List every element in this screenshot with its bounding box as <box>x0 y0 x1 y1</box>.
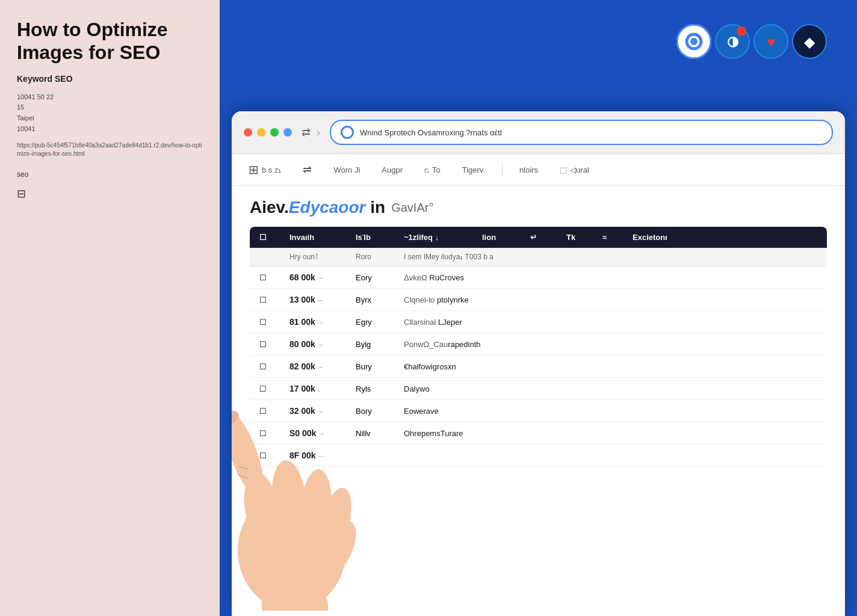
sub-col1: Hry oun⊺ <box>289 253 344 261</box>
svg-point-2 <box>690 38 698 45</box>
row-volume-5: 82 00k → <box>289 362 344 371</box>
row-check-3[interactable]: ☐ <box>259 318 277 327</box>
sub-col3: I sem IMey iludya₁ T003 b a <box>404 253 817 261</box>
svg-point-10 <box>238 490 346 611</box>
toolbar-item-augpr[interactable]: Augpr <box>377 163 407 177</box>
forward-icon[interactable]: › <box>317 126 320 139</box>
row-check-5[interactable]: ☐ <box>259 362 277 371</box>
address-bar[interactable]: Wnind Sprotech Ovsamroxing ?rnats αέtl <box>330 120 833 145</box>
row-keyword-1: ΔvkeΩ RuCroves <box>404 273 817 282</box>
toolbar-item-worm[interactable]: Worn Ji <box>329 163 365 177</box>
meta-line2: 15 <box>17 103 24 111</box>
heart-browser-icon: ♥ <box>753 24 788 59</box>
traffic-lights <box>244 128 292 137</box>
toolbar-label-1: b s z₁ <box>262 165 281 174</box>
svg-point-14 <box>318 485 356 550</box>
toolbar-item-ural[interactable]: ⬚ ◁ural <box>555 163 594 177</box>
toolbar-icon-2: ⇌ <box>303 163 312 176</box>
title-part2: Edycaoor <box>289 198 366 217</box>
col-header-7: ≈ <box>602 233 620 242</box>
table-row: ☐ 68 00k → Eory ΔvkeΩ RuCroves <box>250 266 827 289</box>
title-part3: in <box>365 198 385 217</box>
table-row: ☐ 8F 00k → <box>250 445 827 467</box>
maximize-dot[interactable] <box>270 128 279 137</box>
extra-dot[interactable] <box>283 128 292 137</box>
main-area: ◑ ♥ ◆ <box>220 0 857 616</box>
row-volume-7: 32 00k → <box>289 406 344 416</box>
back-icon[interactable]: ⇄ <box>302 126 311 139</box>
sidebar-tag-icon: ⊟ <box>17 187 203 200</box>
toolbar-item-2[interactable]: ⇌ <box>298 161 317 179</box>
extension-browser-icon: ◆ <box>792 24 827 59</box>
table-row: ☐ 82 00k → Bury €halfowigrosxn <box>250 356 827 378</box>
row-intent-2: Byrx <box>356 295 392 304</box>
row-keyword-3: Cllarsinal LJeper <box>404 318 817 327</box>
row-check-1[interactable]: ☐ <box>259 273 277 282</box>
svg-line-18 <box>239 475 249 478</box>
row-keyword-4: PonwΩ_Caurapedinth <box>404 340 817 349</box>
toolbar-label-nloirs: nloirs <box>519 165 538 174</box>
svg-point-13 <box>298 468 334 543</box>
row-keyword-8: OhrepemsTurare <box>404 429 817 438</box>
toolbar-label-ta: To <box>432 165 441 174</box>
toolbar-item-ta[interactable]: ⎌ To <box>419 163 445 177</box>
page-title: How to Optimize Images for SEO <box>17 18 203 64</box>
row-volume-4: 80 00k → <box>289 339 344 349</box>
row-check-6[interactable]: ☐ <box>259 384 277 393</box>
svg-point-19 <box>303 513 365 587</box>
table-row: ☐ 13 00k ↔ Byrx Clqnei-lo ptolynrke <box>250 289 827 311</box>
sidebar-meta: 10041 50 22 15 Taipei 10041 <box>17 92 203 134</box>
row-intent-7: Bory <box>356 407 392 416</box>
browser-icons-area: ◑ ♥ ◆ <box>676 24 827 59</box>
toolbar-item-1[interactable]: ⊞ b s z₁ <box>244 160 286 179</box>
row-volume-3: 81 00k → <box>289 317 344 327</box>
top-blue-area: ◑ ♥ ◆ <box>220 0 857 111</box>
address-circle-icon <box>341 126 354 139</box>
table-row: ☐ 81 00k → Egry Cllarsinal LJeper <box>250 311 827 333</box>
row-check-4[interactable]: ☐ <box>259 340 277 349</box>
col-header-3: ~1zlifeq ↓ <box>404 233 470 242</box>
table-row: ☐ 80 00k → Bylg PonwΩ_Caurapedinth <box>250 333 827 356</box>
sidebar: How to Optimize Images for SEO Keyword S… <box>0 0 220 616</box>
chrome-icon-wrapper <box>676 24 711 59</box>
row-intent-3: Egry <box>356 318 392 327</box>
table-subheader: Hry oun⊺ Roro I sem IMey iludya₁ T003 b … <box>250 248 827 266</box>
svg-text:◑: ◑ <box>727 34 738 49</box>
row-volume-2: 13 00k ↔ <box>289 295 344 304</box>
col-header-1: Invaιih <box>289 233 344 242</box>
col-header-5: ↵ <box>530 233 554 242</box>
toolbar-divider <box>502 162 503 177</box>
toolbar-item-tiger[interactable]: Tigerv. <box>457 163 490 177</box>
browser-chrome: ⇄ › Wnind Sprotech Ovsamroxing ?rnats αέ… <box>232 111 845 154</box>
toolbar-label-augpr: Augpr <box>382 165 403 174</box>
row-check-2[interactable]: ☐ <box>259 295 277 304</box>
row-intent-5: Bury <box>356 362 392 371</box>
row-volume-9: 8F 00k → <box>289 451 344 460</box>
table-row: ☐ 17 00k ↓ Ryls Dalywo <box>250 378 827 400</box>
browser-nav: ⇄ › <box>302 126 320 139</box>
toolbar-item-nloirs[interactable]: nloirs <box>515 163 543 177</box>
minimize-dot[interactable] <box>257 128 265 137</box>
close-dot[interactable] <box>244 128 252 137</box>
toolbar-icon-ural: ⬚ <box>560 165 567 174</box>
svg-text:♥: ♥ <box>767 34 775 50</box>
meta-line1: 10041 50 22 <box>17 93 54 100</box>
page-title-main: Aiev.Edycaoor in <box>250 198 385 217</box>
col-header-4: lion <box>482 233 518 242</box>
sidebar-tag: seo <box>17 170 203 179</box>
sidebar-subtitle: Keyword SEO <box>17 74 203 84</box>
row-check-7[interactable]: ☐ <box>259 407 277 416</box>
col-header-check: ☐ <box>259 233 277 242</box>
extension-icon-wrapper: ◆ <box>792 24 827 59</box>
content-area: Aiev.Edycaoor in GavIAr° ☐ Invaιih lsΊb … <box>232 186 845 613</box>
row-check-9[interactable]: ☐ <box>259 451 277 460</box>
row-check-8[interactable]: ☐ <box>259 429 277 438</box>
row-intent-6: Ryls <box>356 384 392 393</box>
meta-line3: Taipei <box>17 114 34 122</box>
table-row: ☐ S0 00k → Nillv OhrepemsTurare <box>250 422 827 445</box>
row-keyword-7: Eowerave <box>404 407 817 416</box>
row-intent-4: Bylg <box>356 340 392 349</box>
page-title-row: Aiev.Edycaoor in GavIAr° <box>250 198 827 217</box>
toolbar-icon-1: ⊞ <box>249 162 259 177</box>
col-header-8: Excietonι <box>633 233 817 242</box>
